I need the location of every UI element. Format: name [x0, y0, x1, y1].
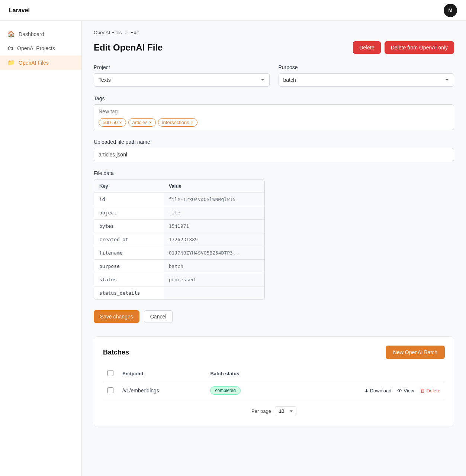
file-data-table: Key Value idfile-I2xQsvgOSlWNMglPI5objec…: [94, 179, 265, 300]
select-all-checkbox[interactable]: [107, 370, 113, 376]
table-row: /v1/embeddings completed ⬇ Download: [103, 381, 445, 400]
app-brand: Laravel: [9, 7, 30, 14]
tag-articles: articles ×: [128, 118, 156, 127]
row-key: created_at: [94, 233, 164, 246]
purpose-select[interactable]: batch: [279, 73, 454, 87]
table-row: bytes1541971: [94, 220, 264, 233]
table-row: idfile-I2xQsvgOSlWNMglPI5: [94, 193, 264, 206]
main-content: OpenAI Files > Edit Edit OpenAI File Del…: [82, 21, 466, 476]
sidebar-item-label: Dashboard: [19, 31, 44, 37]
tags-container: 500-50 × articles × intersections ×: [94, 104, 454, 130]
table-row: status_details: [94, 286, 264, 300]
table-row: filename01J7NBZYH4SV05BZ54DTP3...: [94, 246, 264, 260]
row-value: [164, 286, 264, 300]
tags-list: 500-50 × articles × intersections ×: [99, 118, 449, 127]
tag-remove-articles[interactable]: ×: [149, 120, 152, 125]
row-value: batch: [164, 260, 264, 273]
row-key: id: [94, 193, 164, 206]
view-link[interactable]: 👁 View: [397, 388, 414, 394]
row-value: 1541971: [164, 220, 264, 233]
pagination: Per page 10 25 50 100: [103, 400, 445, 418]
row-key: status: [94, 273, 164, 286]
row-value: 01J7NBZYH4SV05BZ54DTP3...: [164, 246, 264, 260]
delete-row-link[interactable]: 🗑 Delete: [420, 388, 440, 394]
tag-label: articles: [132, 120, 148, 125]
project-label: Project: [94, 64, 270, 70]
row-value: file-I2xQsvgOSlWNMglPI5: [164, 193, 264, 206]
sidebar: 🏠 Dashboard 🗂 OpenAI Projects 📁 OpenAI F…: [0, 21, 82, 476]
header-actions: Delete Delete from OpenAI only: [353, 41, 454, 54]
files-icon: 📁: [7, 59, 15, 66]
tag-500-50: 500-50 ×: [99, 118, 126, 127]
col-value: Value: [164, 179, 264, 193]
batch-status-cell: completed: [206, 381, 281, 400]
batches-table: Endpoint Batch status /v1/embeddings com…: [103, 366, 445, 400]
sidebar-item-openai-files[interactable]: 📁 OpenAI Files: [0, 55, 81, 70]
file-path-input[interactable]: [94, 148, 454, 161]
tag-intersections: intersections ×: [158, 118, 197, 127]
projects-icon: 🗂: [7, 45, 13, 52]
page-title: Edit OpenAI File: [94, 42, 163, 53]
breadcrumb-separator: >: [125, 30, 128, 35]
file-path-label: Uploaded file path name: [94, 139, 454, 145]
sidebar-item-openai-projects[interactable]: 🗂 OpenAI Projects: [0, 41, 81, 55]
row-checkbox[interactable]: [107, 387, 113, 393]
col-endpoint: Endpoint: [118, 366, 206, 381]
new-batch-button[interactable]: New OpenAI Batch: [386, 346, 445, 359]
download-label: Download: [370, 388, 392, 394]
delete-openai-button[interactable]: Delete from OpenAI only: [385, 41, 454, 54]
table-row: created_at1726231889: [94, 233, 264, 246]
row-actions: ⬇ Download 👁 View 🗑 Delete: [286, 388, 440, 394]
row-value: file: [164, 206, 264, 220]
row-key: status_details: [94, 286, 164, 300]
col-key: Key: [94, 179, 164, 193]
row-key: purpose: [94, 260, 164, 273]
form-actions: Save changes Cancel: [94, 310, 454, 323]
row-key: bytes: [94, 220, 164, 233]
table-row: purposebatch: [94, 260, 264, 273]
breadcrumb: OpenAI Files > Edit: [94, 30, 454, 35]
tag-label: intersections: [162, 120, 189, 125]
tags-label: Tags: [94, 95, 454, 101]
tag-label: 500-50: [103, 120, 118, 125]
row-key: object: [94, 206, 164, 220]
sidebar-item-dashboard[interactable]: 🏠 Dashboard: [0, 27, 81, 41]
row-key: filename: [94, 246, 164, 260]
status-badge: completed: [210, 386, 240, 395]
download-link[interactable]: ⬇ Download: [364, 388, 392, 394]
table-row: objectfile: [94, 206, 264, 220]
table-row: statusprocessed: [94, 273, 264, 286]
view-icon: 👁: [397, 388, 402, 394]
tag-remove-500-50[interactable]: ×: [119, 120, 122, 125]
row-value: 1726231889: [164, 233, 264, 246]
project-select[interactable]: Texts: [94, 73, 270, 87]
cancel-button[interactable]: Cancel: [144, 310, 173, 323]
per-page-select[interactable]: 10 25 50 100: [275, 406, 296, 416]
batches-title: Batches: [103, 349, 129, 356]
sidebar-item-label: OpenAI Projects: [17, 45, 55, 51]
batch-endpoint: /v1/embeddings: [118, 381, 206, 400]
batches-section: Batches New OpenAI Batch Endpoint Batch …: [94, 336, 454, 427]
trash-icon: 🗑: [420, 388, 425, 394]
file-data-label: File data: [94, 170, 454, 176]
delete-button[interactable]: Delete: [353, 41, 380, 54]
home-icon: 🏠: [7, 30, 15, 38]
save-button[interactable]: Save changes: [94, 310, 139, 323]
purpose-label: Purpose: [279, 64, 454, 70]
breadcrumb-parent[interactable]: OpenAI Files: [94, 30, 122, 35]
view-label: View: [404, 388, 414, 394]
delete-row-label: Delete: [426, 388, 440, 394]
tag-remove-intersections[interactable]: ×: [191, 120, 193, 125]
breadcrumb-current: Edit: [131, 30, 139, 35]
sidebar-item-label: OpenAI Files: [19, 60, 49, 66]
tags-input[interactable]: [99, 108, 449, 115]
per-page-label: Per page: [251, 408, 271, 414]
avatar[interactable]: M: [444, 4, 457, 17]
row-value: processed: [164, 273, 264, 286]
col-batch-status: Batch status: [206, 366, 281, 381]
download-icon: ⬇: [364, 388, 369, 394]
